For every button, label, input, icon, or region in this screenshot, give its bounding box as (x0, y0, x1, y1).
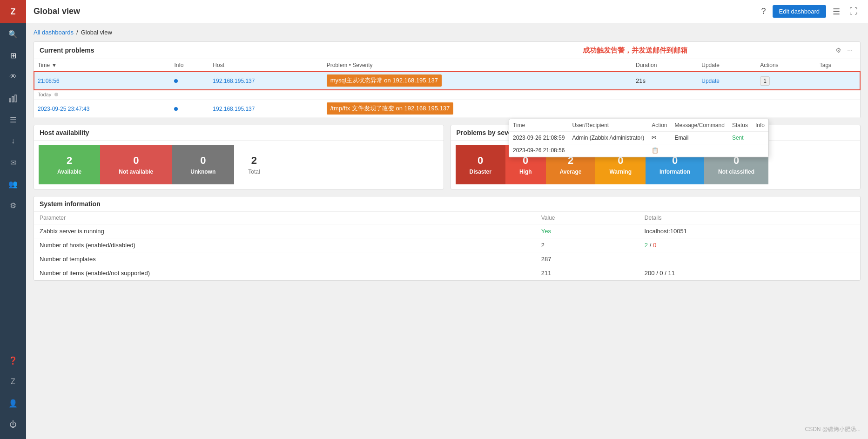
col-info: Info (170, 59, 209, 72)
col-duration: Duration (632, 59, 698, 72)
sev-count-disaster: 0 (478, 155, 483, 167)
sidebar-item-search[interactable]: 🔍 (0, 23, 26, 45)
problem-update-link[interactable]: Update (701, 78, 720, 84)
sidebar-item-help[interactable]: ❓ (0, 350, 26, 371)
sidebar-item-users[interactable]: 👥 (0, 173, 26, 195)
problem-duration: 21s (632, 72, 698, 90)
popup-col-time: Time (509, 119, 568, 132)
problem-update-2 (698, 100, 756, 118)
sev-label-info: Information (659, 169, 690, 175)
col-update: Update (698, 59, 756, 72)
breadcrumb-current: Global view (81, 29, 112, 36)
sidebar-item-user[interactable]: 👤 (0, 392, 26, 414)
popup-status-1: Sent (728, 132, 752, 144)
sysinfo-param-1: Zabbix server is running (34, 224, 536, 238)
avail-bar-unknown: 0 Unknown (172, 145, 234, 184)
sev-label-high: High (519, 169, 532, 175)
sidebar-item-zabbix[interactable]: Z (0, 371, 26, 392)
sidebar-logo[interactable]: Z (0, 0, 26, 23)
sidebar-item-monitoring[interactable]: 👁 (0, 66, 26, 88)
sev-label-notclass: Not classified (718, 169, 754, 175)
avail-count-unknown: 0 (200, 155, 206, 167)
sysinfo-value-3: 287 (536, 252, 639, 266)
edit-dashboard-button[interactable]: Edit dashboard (773, 5, 826, 18)
current-problems-widget: Current problems 成功触发告警，并发送邮件到邮箱 ⚙ ··· T… (34, 41, 861, 118)
sidebar-item-email[interactable]: ✉ (0, 152, 26, 173)
sysinfo-value-1: Yes (536, 224, 639, 238)
avail-count-available: 2 (67, 155, 72, 167)
popup-action-icon-1: ✉ (648, 132, 671, 144)
host-availability-title: Host availability (40, 129, 438, 136)
popup-message-2 (671, 144, 728, 157)
table-row-today: Today (34, 90, 860, 100)
breadcrumb-all-dashboards[interactable]: All dashboards (34, 29, 74, 36)
popup-time-1: 2023-09-26 21:08:59 (509, 132, 568, 144)
avail-bar-notavail: 0 Not available (100, 145, 172, 184)
sev-label-disaster: Disaster (470, 169, 491, 175)
widget-more-button[interactable]: ··· (845, 46, 855, 55)
problem-time-link-2[interactable]: 2023-09-25 23:47:43 (38, 106, 89, 112)
help-button[interactable]: ? (759, 5, 769, 18)
problems-table: Time ▼ Info Host Problem • Severity Dura… (34, 59, 860, 118)
col-time[interactable]: Time ▼ (34, 59, 170, 72)
sysinfo-details-2-sep: / (650, 242, 653, 249)
problems-widget-title: Current problems (40, 47, 437, 54)
popup-user-1: Admin (Zabbix Administrator) (568, 132, 648, 144)
problem-info-dot-2 (174, 107, 178, 111)
problems-center-text: 成功触发告警，并发送邮件到邮箱 (437, 46, 834, 55)
col-tags: Tags (816, 59, 860, 72)
problem-tags (816, 72, 860, 90)
sidebar-item-settings[interactable]: ⚙ (0, 195, 26, 216)
problem-time-link[interactable]: 21:08:56 (38, 78, 60, 84)
sysinfo-details-2: 2 / 0 (639, 238, 860, 252)
sysinfo-row: Number of templates 287 (34, 252, 860, 266)
sysinfo-details-1: localhost:10051 (639, 224, 860, 238)
system-information-widget: System information Parameter Value Detai… (34, 196, 861, 281)
sidebar-item-list[interactable]: ☰ (0, 109, 26, 130)
widget-header-sysinfo: System information (34, 196, 860, 212)
sysinfo-row: Number of hosts (enabled/disabled) 2 2 /… (34, 238, 860, 252)
sysinfo-col-details: Details (639, 212, 860, 224)
sidebar-item-graphs[interactable] (0, 88, 26, 109)
col-problem: Problem • Severity (323, 59, 632, 72)
problem-duration-2 (632, 100, 698, 118)
topbar: Global view ? Edit dashboard ☰ ⛶ (26, 0, 868, 23)
problem-tags-2 (816, 100, 860, 118)
sysinfo-value-2: 2 (536, 238, 639, 252)
sidebar-bottom: ❓ Z 👤 ⏻ (0, 350, 26, 439)
fullscreen-button[interactable]: ⛶ (847, 5, 861, 18)
popup-row: 2023-09-26 21:08:59 Admin (Zabbix Admini… (509, 132, 768, 144)
sysinfo-details-4: 200 / 0 / 11 (639, 266, 860, 280)
svg-rect-2 (15, 95, 16, 102)
widget-settings-button[interactable]: ⚙ (834, 46, 843, 55)
actions-popup: Time User/Recipient Action Message/Comma… (509, 119, 769, 157)
problem-host-link[interactable]: 192.168.195.137 (213, 78, 255, 84)
avail-total-count: 2 (251, 155, 257, 167)
host-availability-widget: Host availability 2 Available 0 Not avai… (34, 125, 444, 189)
avail-label-unknown: Unknown (190, 169, 215, 175)
sidebar-item-download[interactable]: ↓ (0, 130, 26, 152)
sysinfo-row: Number of items (enabled/not supported) … (34, 266, 860, 280)
page-title: Global view (34, 7, 753, 16)
widget-actions-problems: ⚙ ··· (834, 46, 855, 55)
problem-actions-badge: 1 (760, 76, 770, 86)
sev-label-average: Average (560, 169, 582, 175)
problem-description-2: /tmp/ftx 文件发现了改变 on 192.168.195.137 (327, 102, 454, 115)
sysinfo-table: Parameter Value Details Zabbix server is… (34, 212, 860, 280)
sidebar-item-logout[interactable]: ⏻ (0, 414, 26, 435)
problem-host-link-2[interactable]: 192.168.195.137 (213, 106, 255, 112)
popup-col-info: Info (752, 119, 768, 132)
table-row: 21:08:56 192.168.195.137 mysql主从状态异常 on … (34, 72, 860, 90)
svg-rect-0 (9, 99, 11, 102)
problem-info-dot (174, 79, 178, 83)
breadcrumb-separator: / (76, 29, 78, 36)
sidebar-item-dashboard[interactable]: ⊞ (0, 45, 26, 66)
popup-col-action: Action (648, 119, 671, 132)
avail-count-notavail: 0 (133, 155, 139, 167)
sysinfo-param-4: Number of items (enabled/not supported) (34, 266, 536, 280)
today-dot (54, 93, 58, 96)
avail-total: 2 Total (234, 145, 274, 184)
avail-total-label: Total (248, 169, 260, 175)
popup-time-2: 2023-09-26 21:08:56 (509, 144, 568, 157)
menu-button[interactable]: ☰ (830, 5, 843, 19)
